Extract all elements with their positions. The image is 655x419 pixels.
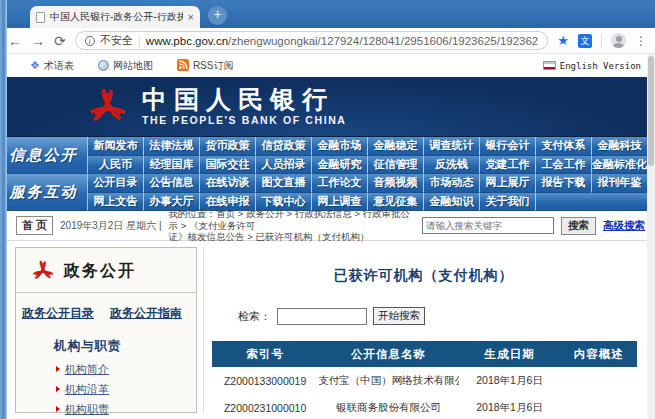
table-cell: 银联商务股份有限公司 (318, 394, 458, 419)
nav-item[interactable]: 报告下载 (536, 174, 592, 193)
nav-item[interactable]: 工会工作 (536, 156, 592, 175)
sidebar: 人 人 人 政务公开 政务公开目录 政务公开指南 机构与职责机构简介机构沿革机构… (15, 247, 197, 413)
sidebar-item-label[interactable]: 机构简介 (65, 362, 109, 377)
bank-name-cn: 中国人民银行 (142, 87, 347, 113)
nav-item[interactable]: 征信管理 (368, 156, 424, 175)
nav-item[interactable]: 金融研究 (312, 156, 368, 175)
sidebar-item[interactable]: 机构沿革 (16, 379, 196, 399)
browser-tab[interactable]: 中国人民银行-政务公开-行政执法信息 × (30, 6, 200, 28)
advanced-search-link[interactable]: 高级搜索 (603, 219, 645, 233)
nav-item[interactable]: 金融科技 (592, 137, 648, 156)
english-version-label: English Version (560, 61, 641, 71)
rss-link[interactable]: RSS订阅 (177, 59, 234, 73)
nav-item[interactable]: 报刊年鉴 (592, 174, 648, 193)
nav-item[interactable]: 关于我们 (480, 193, 536, 212)
english-version-link[interactable]: English Version (543, 61, 641, 71)
new-tab-button[interactable]: + (208, 6, 227, 25)
sidebar-header: 人 人 人 政务公开 (16, 256, 196, 293)
info-icon[interactable]: i (85, 36, 95, 46)
main-content: 已获许可机构（支付机构） 检索： 开始搜索 索引号公开信息名称生成日期内容概述 … (203, 247, 643, 413)
sidebar-item[interactable]: 机构职责 (16, 399, 196, 419)
profile-avatar[interactable] (611, 33, 626, 48)
search-button[interactable]: 搜索 (561, 217, 596, 235)
home-button[interactable]: 首 页 (16, 216, 53, 235)
triangle-bullet-icon (56, 406, 60, 412)
glossary-link[interactable]: ❖ 术语表 (30, 59, 74, 73)
nav-item[interactable]: 信贷政策 (256, 137, 312, 156)
filter-label: 检索： (238, 309, 271, 324)
menu-kebab-icon[interactable]: ⋮ (635, 34, 647, 48)
date-label: 2019年3月2日 星期六 | (60, 219, 162, 233)
url-text[interactable]: www.pbc.gov.cn/zhengwugongkai/127924/128… (146, 35, 538, 47)
table-row[interactable]: Z2000231000010银联商务股份有限公司2018年1月6日 (212, 394, 637, 419)
nav-item[interactable]: 在线访谈 (200, 174, 256, 193)
sidebar-link-catalog[interactable]: 政务公开目录 (22, 305, 94, 322)
nav-item[interactable]: 反洗钱 (424, 156, 480, 175)
nav-item[interactable]: 经理国库 (144, 156, 200, 175)
start-search-button[interactable]: 开始搜索 (373, 307, 425, 325)
globe-icon (98, 60, 109, 71)
nav-item[interactable]: 音频视频 (368, 174, 424, 193)
nav-group-1[interactable]: 服务互动 (0, 174, 88, 211)
nav-item[interactable]: 图文直播 (256, 174, 312, 193)
nav-item[interactable]: 党建工作 (480, 156, 536, 175)
page-scrollbar[interactable] (647, 54, 655, 419)
nav-item[interactable]: 网上文告 (88, 193, 144, 212)
url-host: www.pbc.gov.cn (146, 35, 228, 47)
nav-cell-empty (592, 193, 648, 212)
translate-icon[interactable]: 文 (578, 34, 592, 48)
nav-item[interactable]: 国际交往 (200, 156, 256, 175)
nav-item[interactable]: 网上展厅 (480, 174, 536, 193)
address-bar[interactable]: i 不安全 | www.pbc.gov.cn/zhengwugongkai/12… (75, 31, 549, 50)
table-cell: Z2000231000010 (212, 394, 318, 419)
svg-text:人: 人 (30, 259, 55, 284)
column-header: 公开信息名称 (318, 341, 458, 367)
nav-item[interactable]: 金融稳定 (368, 137, 424, 156)
nav-item[interactable]: 支付体系 (536, 137, 592, 156)
site-utility-bar: ❖ 术语表 网站地图 RSS订阅 English Version (0, 54, 655, 77)
sidebar-link-guide[interactable]: 政务公开指南 (110, 305, 182, 322)
nav-item[interactable]: 货币政策 (200, 137, 256, 156)
table-cell (561, 394, 638, 419)
filter-input[interactable] (277, 308, 367, 325)
sidebar-title: 政务公开 (64, 261, 136, 282)
nav-cell-empty (536, 193, 592, 212)
back-icon[interactable]: ← (8, 34, 22, 48)
url-divider: | (138, 34, 141, 48)
column-header: 内容概述 (561, 341, 638, 367)
nav-item[interactable]: 法律法规 (144, 137, 200, 156)
sidebar-item[interactable]: 机构简介 (16, 359, 196, 379)
nav-item[interactable]: 金融标准化 (592, 156, 648, 175)
browser-toolbar: ← → ⟳ i 不安全 | www.pbc.gov.cn/zhengwugong… (0, 28, 655, 54)
nav-item[interactable]: 市场动态 (424, 174, 480, 193)
browser-tab-strip: 中国人民银行-政务公开-行政执法信息 × + (0, 0, 655, 28)
reload-icon[interactable]: ⟳ (54, 34, 66, 48)
table-cell: 2018年1月6日 (459, 367, 561, 394)
nav-item[interactable]: 人民币 (88, 156, 144, 175)
breadcrumb: 我的位置：首页 > 政务公开 > 行政执法信息 > 行政审批公示 > 《支付业务… (169, 208, 415, 244)
nav-item[interactable]: 金融知识 (424, 193, 480, 212)
nav-item[interactable]: 新闻发布 (88, 137, 144, 156)
nav-item[interactable]: 公告信息 (144, 174, 200, 193)
nav-group-0[interactable]: 信息公开 (0, 137, 88, 174)
nav-item[interactable]: 金融市场 (312, 137, 368, 156)
tab-close-icon[interactable]: × (188, 11, 194, 23)
nav-item[interactable]: 银行会计 (480, 137, 536, 156)
sidebar-item-label[interactable]: 机构职责 (65, 402, 109, 417)
scrollbar-thumb[interactable] (648, 56, 654, 166)
bookmark-star-icon[interactable]: ★ (557, 33, 569, 48)
nav-item[interactable]: 调查统计 (424, 137, 480, 156)
column-header: 生成日期 (459, 341, 561, 367)
forward-icon[interactable]: → (31, 34, 45, 48)
nav-item[interactable]: 人员招录 (256, 156, 312, 175)
table-header-row: 索引号公开信息名称生成日期内容概述 (212, 341, 637, 367)
flag-icon (543, 61, 556, 70)
table-row[interactable]: Z2000133000019支付宝（中国）网络技术有限公司2018年1月6日 (212, 367, 637, 394)
site-search-input[interactable] (422, 217, 554, 234)
sidebar-item-label[interactable]: 机构沿革 (65, 382, 109, 397)
sitemap-link[interactable]: 网站地图 (98, 59, 153, 73)
table-cell (561, 367, 638, 394)
nav-item[interactable]: 工作论文 (312, 174, 368, 193)
nav-item[interactable]: 公开目录 (88, 174, 144, 193)
breadcrumb-bar: 首 页 2019年3月2日 星期六 | 我的位置：首页 > 政务公开 > 行政执… (0, 211, 655, 241)
